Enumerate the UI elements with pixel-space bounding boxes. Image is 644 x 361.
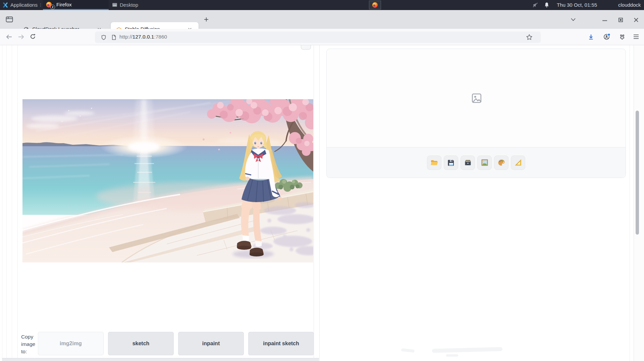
send-to-img2img-button[interactable] <box>477 156 492 170</box>
firefox-view-icon[interactable] <box>5 16 13 23</box>
left-card-border <box>17 45 18 361</box>
new-tab-icon[interactable] <box>204 17 209 22</box>
window-maximize-icon[interactable] <box>619 18 623 22</box>
generated-image-canvas <box>22 99 313 262</box>
window-close-icon[interactable] <box>634 18 638 22</box>
desktop-icon <box>112 3 117 7</box>
copy-to-img2img-button[interactable]: img2img <box>38 332 104 355</box>
url-scheme: http:// <box>119 34 132 40</box>
window-minimize-icon[interactable] <box>602 20 607 21</box>
taskbar-firefox-window[interactable]: 2 Firefox <box>43 0 109 10</box>
generation-info-placeholder <box>432 347 502 353</box>
save-zip-button[interactable] <box>461 156 475 170</box>
back-icon[interactable] <box>5 34 13 40</box>
taskbar-firefox-label: Firefox <box>56 0 72 10</box>
downloads-icon[interactable] <box>588 34 594 40</box>
empty-gallery-image-icon <box>471 93 482 104</box>
open-output-folder-button[interactable] <box>427 156 441 170</box>
copy-image-to-label: Copy image to: <box>21 333 39 355</box>
container-border <box>2 45 2 361</box>
taskbar-desktop-label: Desktop <box>120 0 138 10</box>
column-divider <box>319 45 320 361</box>
card-file-box-icon <box>464 159 472 167</box>
url-host: 127.0.0.1 <box>132 34 154 40</box>
scrollbar-thumb[interactable] <box>636 111 639 235</box>
floppy-save-icon <box>447 159 455 167</box>
send-to-inpaint-button[interactable] <box>494 156 508 170</box>
applications-menu[interactable]: Applications <box>10 0 38 10</box>
open-folder-icon <box>430 159 438 167</box>
clock[interactable]: Thu 30 Oct, 01:55 <box>557 0 597 10</box>
browser-tab-bar: CloudDock Launcher Stable Diffusion <box>0 10 644 29</box>
output-gallery-card <box>326 49 626 178</box>
audio-muted-icon[interactable] <box>533 2 538 8</box>
firefox-tab-count-badge: 2 <box>50 5 55 9</box>
forward-icon[interactable] <box>17 34 25 40</box>
container-border <box>12 45 12 361</box>
url-port: :7860 <box>154 34 167 40</box>
reload-icon[interactable] <box>30 33 36 40</box>
page-info-icon[interactable] <box>111 34 117 41</box>
bookmark-star-icon[interactable] <box>526 34 533 41</box>
screen: Applications 2 Firefox Desktop <box>0 0 644 361</box>
copy-to-inpaint-button[interactable]: inpaint <box>178 332 244 355</box>
save-image-button[interactable] <box>444 156 458 170</box>
system-top-bar: Applications 2 Firefox Desktop <box>0 0 644 10</box>
logged-in-user: clouddock <box>618 0 641 10</box>
taskbar-desktop[interactable]: Desktop <box>111 0 148 10</box>
container-border <box>6 45 7 361</box>
notifications-bell-icon[interactable] <box>544 2 549 8</box>
firefox-tray-icon <box>372 2 378 8</box>
send-to-extras-button[interactable] <box>511 156 525 170</box>
left-card-border <box>314 45 314 361</box>
generated-image[interactable] <box>22 99 313 262</box>
extensions-puzzle-icon[interactable] <box>619 34 625 40</box>
right-container-border <box>630 45 630 361</box>
palette-icon <box>497 159 505 167</box>
tray-firefox[interactable] <box>369 1 381 9</box>
page-scrollbar[interactable] <box>634 45 644 361</box>
copy-to-inpaint-sketch-button[interactable]: inpaint sketch <box>248 332 314 355</box>
gallery-toolbar <box>327 147 626 178</box>
next-section-edge <box>2 358 319 361</box>
account-icon[interactable] <box>603 33 610 41</box>
url-bar[interactable]: http://127.0.0.1:7860 <box>95 32 541 43</box>
taskbar-separator <box>40 3 42 7</box>
url-text: http://127.0.0.1:7860 <box>119 34 167 40</box>
tab-list-chevron-icon[interactable] <box>571 18 576 21</box>
framed-picture-icon <box>481 159 489 167</box>
shield-icon[interactable] <box>101 34 107 41</box>
browser-nav-bar: http://127.0.0.1:7860 <box>0 29 644 45</box>
applications-menu-icon <box>3 2 8 8</box>
menu-hamburger-icon[interactable] <box>633 34 639 39</box>
generation-info-placeholder <box>446 354 458 357</box>
image-viewer-toolbar-notch <box>301 45 311 50</box>
copy-to-sketch-button[interactable]: sketch <box>108 332 174 355</box>
triangular-ruler-icon <box>514 159 522 167</box>
generation-info-placeholder <box>401 348 415 353</box>
